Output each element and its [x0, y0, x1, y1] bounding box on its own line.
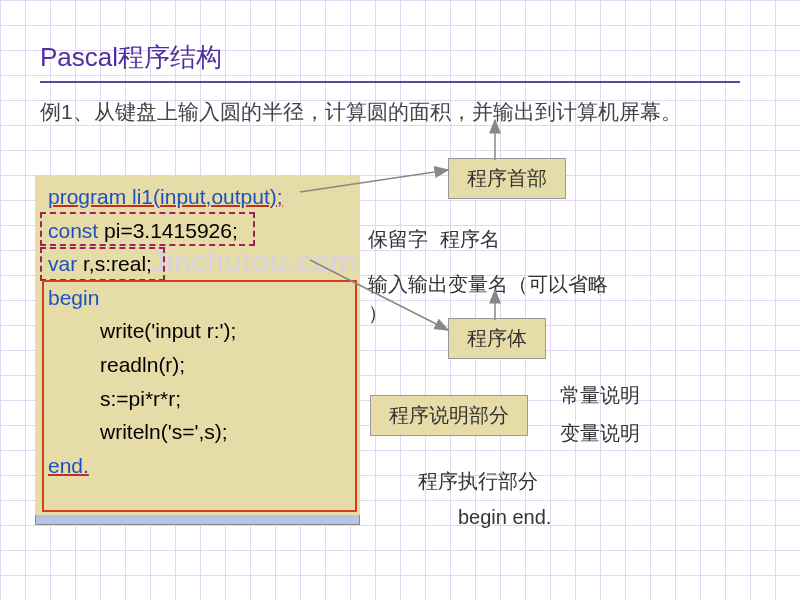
label-var-desc: 变量说明 [560, 420, 640, 447]
label-program-name: 程序名 [440, 226, 500, 253]
kw-program: program [48, 185, 126, 208]
label-const-desc: 常量说明 [560, 382, 640, 409]
label-begin-end: begin end. [458, 506, 551, 529]
dashed-var-box [40, 247, 165, 281]
label-io-paren: ） [368, 300, 388, 327]
code-l1b: li1(input,output); [126, 185, 282, 208]
label-io-vars: 输入输出变量名（可以省略 [368, 271, 768, 298]
label-reserved-word: 保留字 [368, 226, 428, 253]
page-title: Pascal程序结构 [40, 28, 740, 81]
dashed-const-box [40, 212, 255, 246]
label-desc-part: 程序说明部分 [370, 395, 528, 436]
label-program-header: 程序首部 [448, 158, 566, 199]
label-program-body: 程序体 [448, 318, 546, 359]
example-text: 例1、从键盘上输入圆的半径，计算圆的面积，并输出到计算机屏幕。 [40, 96, 760, 128]
label-exec-part: 程序执行部分 [418, 468, 538, 495]
title-bar: Pascal程序结构 [40, 28, 740, 83]
exec-outline-box [42, 280, 357, 512]
code-line-1: program li1(input,output); [40, 180, 360, 214]
